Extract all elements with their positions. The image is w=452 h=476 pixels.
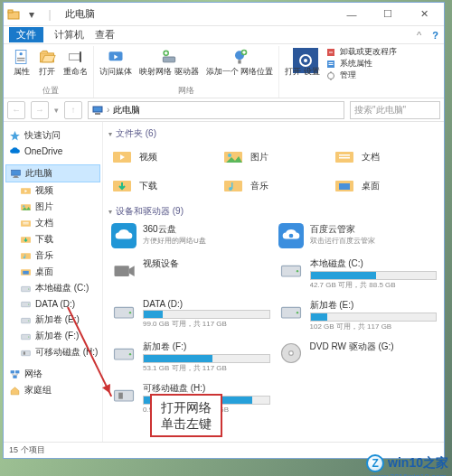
drive-icon xyxy=(110,299,137,324)
device-6[interactable]: 新加卷 (F:)53.1 GB 可用，共 117 GB xyxy=(108,339,272,375)
doc-icon xyxy=(333,146,356,168)
pc-icon xyxy=(92,105,103,116)
minimize-button[interactable]: — xyxy=(334,4,370,25)
mapdrive-icon xyxy=(160,48,178,66)
svg-point-86 xyxy=(129,312,131,313)
devices-heading[interactable]: 设备和驱动器 (9) xyxy=(108,205,438,218)
ribbon-syslist-1[interactable]: 系统属性 xyxy=(325,58,397,70)
tree-cloud-1[interactable]: OneDrive xyxy=(5,144,100,159)
drive-icon xyxy=(20,283,32,294)
svg-rect-14 xyxy=(165,52,167,54)
folder-music[interactable]: 音乐 xyxy=(220,173,327,200)
dvd-icon xyxy=(278,341,305,366)
breadcrumb[interactable]: › 此电脑 xyxy=(88,101,344,119)
svg-rect-43 xyxy=(23,221,29,222)
qa-dropdown[interactable]: ▾ xyxy=(24,6,40,23)
device-0[interactable]: 360云盘方便好用的网络U盘 xyxy=(108,221,272,250)
svg-rect-73 xyxy=(224,181,242,191)
ribbon-rename-button[interactable]: 重命名 xyxy=(61,46,89,76)
svg-point-58 xyxy=(28,336,29,337)
svg-rect-94 xyxy=(118,393,123,399)
tree-home-15[interactable]: 家庭组 xyxy=(5,382,100,398)
maximize-button[interactable]: ☐ xyxy=(370,4,406,25)
svg-point-56 xyxy=(28,320,29,321)
tree-doc-5[interactable]: 文档 xyxy=(5,215,100,231)
tree-picture-4[interactable]: 图片 xyxy=(5,199,100,215)
device-4[interactable]: DATA (D:)99.0 GB 可用，共 117 GB xyxy=(108,297,272,333)
back-button[interactable]: ← xyxy=(7,101,25,119)
svg-rect-36 xyxy=(13,177,19,178)
tree-star-0[interactable]: 快速访问 xyxy=(5,127,100,144)
history-dropdown[interactable]: ▾ xyxy=(54,106,59,115)
ribbon-media-button[interactable]: 访问媒体 xyxy=(98,46,134,76)
explorer-window: ▾ | 此电脑 — ☐ ✕ 文件 计算机 查看 ^ ? 属性打开重命名 位置 访… xyxy=(3,2,445,459)
svg-rect-48 xyxy=(24,254,25,257)
tree-drive-10[interactable]: DATA (D:) xyxy=(5,296,100,312)
svg-rect-93 xyxy=(115,390,134,401)
ribbon-toggle[interactable]: ^ xyxy=(417,30,421,41)
devices-grid: 360云盘方便好用的网络U盘百度云管家双击运行百度云管家视频设备本地磁盘 (C:… xyxy=(108,221,438,416)
device-2[interactable]: 视频设备 xyxy=(108,256,272,292)
search-input[interactable]: 搜索"此电脑" xyxy=(350,101,440,119)
ribbon-addnet-button[interactable]: 添加一个 网络位置 xyxy=(204,46,276,76)
menu-computer[interactable]: 计算机 xyxy=(54,28,84,42)
watermark: Z win10之家 www.2016win10.com xyxy=(366,454,448,472)
ribbon-syslist-0[interactable]: 卸载或更改程序 xyxy=(325,46,397,58)
svg-point-80 xyxy=(288,234,293,238)
tree-desktop-8[interactable]: 桌面 xyxy=(5,264,100,280)
svg-rect-29 xyxy=(330,71,331,73)
tree-pc-2[interactable]: 此电脑 xyxy=(5,164,100,182)
folder-download[interactable]: 下载 xyxy=(108,173,216,200)
svg-rect-1 xyxy=(8,10,13,13)
ribbon-open-button[interactable]: 打开 xyxy=(36,46,58,76)
svg-rect-61 xyxy=(11,370,14,373)
ribbon-open-settings[interactable]: 打开 设置 xyxy=(283,46,322,76)
svg-rect-77 xyxy=(339,183,350,190)
ribbon-group-network: 访问媒体映射网络 驱动器添加一个 网络位置 网络 xyxy=(94,46,279,98)
up-button[interactable]: ↑ xyxy=(64,101,82,119)
svg-rect-16 xyxy=(238,60,240,63)
ribbon-mapdrive-button[interactable]: 映射网络 驱动器 xyxy=(137,46,201,76)
device-5[interactable]: 新加卷 (E:)102 GB 可用，共 117 GB xyxy=(276,297,439,333)
close-button[interactable]: ✕ xyxy=(406,4,442,25)
forward-button[interactable]: → xyxy=(31,101,49,119)
storage-bar xyxy=(143,354,270,363)
tree-download-6[interactable]: 下载 xyxy=(5,231,100,247)
tree-drive-11[interactable]: 新加卷 (E:) xyxy=(5,312,100,328)
folder-picture[interactable]: 图片 xyxy=(220,144,327,171)
menu-view[interactable]: 查看 xyxy=(95,28,115,42)
ribbon-group-system: 打开 设置 卸载或更改程序系统属性管理 xyxy=(279,46,400,98)
qa-separator: | xyxy=(42,6,58,23)
open-icon xyxy=(38,48,56,66)
folder-desktop[interactable]: 桌面 xyxy=(331,173,438,200)
properties-icon xyxy=(13,48,31,66)
tree-music-7[interactable]: 音乐 xyxy=(5,247,100,264)
device-1[interactable]: 百度云管家双击运行百度云管家 xyxy=(276,221,439,250)
music-icon xyxy=(221,175,245,197)
folder-doc[interactable]: 文档 xyxy=(331,144,438,171)
svg-rect-5 xyxy=(17,60,24,61)
svg-rect-32 xyxy=(95,113,100,115)
folder-video[interactable]: 视频 xyxy=(108,144,216,171)
tree-video-3[interactable]: 视频 xyxy=(5,182,100,199)
home-icon xyxy=(9,385,21,397)
ribbon-group-location: 属性打开重命名 位置 xyxy=(7,46,94,98)
ribbon-properties-button[interactable]: 属性 xyxy=(11,46,33,76)
help-button[interactable]: ? xyxy=(432,30,438,41)
device-3[interactable]: 本地磁盘 (C:)42.7 GB 可用，共 88.5 GB xyxy=(276,256,439,292)
window-title: 此电脑 xyxy=(65,7,334,21)
drive-icon xyxy=(20,314,32,326)
desktop-icon xyxy=(333,175,356,197)
svg-rect-24 xyxy=(329,51,333,52)
svg-rect-70 xyxy=(339,154,350,156)
watermark-logo: Z xyxy=(366,454,384,472)
titlebar: ▾ | 此电脑 — ☐ ✕ xyxy=(4,3,444,26)
device-7[interactable]: DVD RW 驱动器 (G:) xyxy=(276,339,439,375)
drive-icon xyxy=(20,298,32,310)
tree-drive-9[interactable]: 本地磁盘 (C:) xyxy=(5,280,100,296)
ribbon-syslist-2[interactable]: 管理 xyxy=(325,70,397,81)
menu-file[interactable]: 文件 xyxy=(9,27,43,42)
tree-network-14[interactable]: 网络 xyxy=(5,366,100,382)
folders-heading[interactable]: 文件夹 (6) xyxy=(108,127,438,140)
svg-point-22 xyxy=(304,59,307,62)
